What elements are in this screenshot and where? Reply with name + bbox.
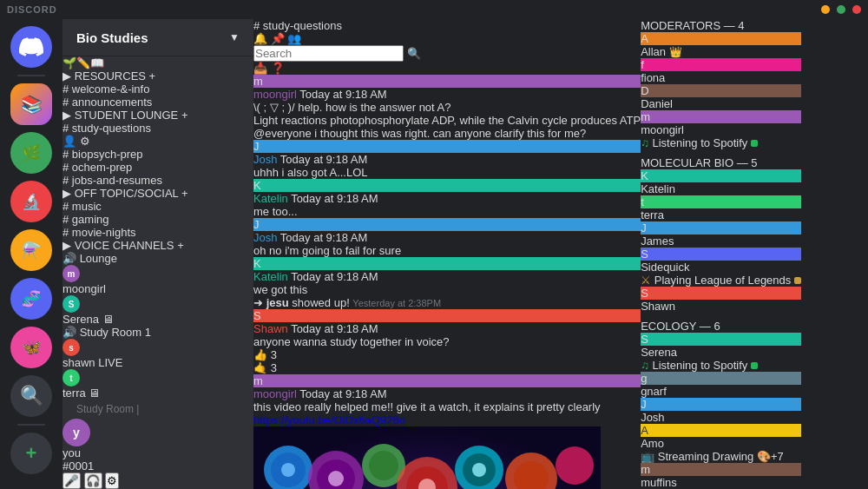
member-info: Serena ♫ Listening to Spotify [641, 346, 801, 372]
member-item-allan[interactable]: A Allan 👑 [641, 32, 801, 58]
video-embed[interactable] [253, 426, 641, 489]
voice-user-shawn[interactable]: s shawn LIVE [62, 339, 253, 369]
message-author[interactable]: Shawn [253, 322, 288, 335]
server-icon-5[interactable]: 🦋 [10, 327, 52, 368]
inbox-icon[interactable]: 📥 [253, 62, 267, 75]
category-add-button[interactable]: + [181, 187, 188, 200]
close-button[interactable] [852, 5, 861, 14]
member-name: fiona [641, 71, 801, 84]
messages-area[interactable]: m moongirl Today at 9:18 AM \( ; ▽ ; )/ … [253, 75, 641, 489]
voice-user-name: Serena [62, 313, 99, 326]
avatar[interactable]: S [253, 309, 641, 322]
member-item-james[interactable]: J James [641, 221, 801, 248]
voice-user-terra[interactable]: t terra 🖥 [62, 369, 253, 400]
message-author[interactable]: moongirl [253, 88, 297, 101]
member-item-fiona[interactable]: f fiona [641, 58, 801, 84]
message-author[interactable]: Katelin [253, 270, 288, 283]
search-bar[interactable]: 🔍 [253, 45, 641, 62]
category-off-topic[interactable]: ▶ OFF TOPIC/SOCIAL + [62, 187, 253, 200]
member-item-serena[interactable]: S Serena ♫ Listening to Spotify [641, 333, 801, 372]
channel-music[interactable]: # music [62, 200, 253, 213]
voice-user-serena[interactable]: S Serena 🖥 [62, 295, 253, 326]
settings-button[interactable]: ⚙ [105, 472, 119, 489]
server-icon-2[interactable]: 🔬 [10, 181, 52, 222]
member-info: James [641, 235, 801, 248]
member-info: Daniel [641, 97, 801, 110]
minimize-button[interactable] [821, 5, 830, 14]
channel-movie-nights[interactable]: # movie-nights [62, 226, 253, 239]
message-author[interactable]: moongirl [253, 387, 297, 400]
reaction-wave[interactable]: 🤙 3 [253, 361, 641, 374]
member-item-muffins[interactable]: m muffins [641, 463, 801, 489]
message-author[interactable]: Josh [253, 231, 277, 244]
category-add-button[interactable]: + [181, 109, 188, 122]
member-item-terra[interactable]: t terra [641, 195, 801, 221]
message-author[interactable]: Josh [253, 153, 277, 166]
server-divider [17, 75, 45, 76]
search-input[interactable] [253, 45, 404, 62]
message-header: Josh Today at 9:18 AM [253, 231, 641, 244]
help-icon[interactable]: ❓ [271, 62, 285, 75]
channel-study-questions[interactable]: # study-questions 👤 ⚙ [62, 122, 253, 148]
voice-channel-header[interactable]: 🔊 Lounge [62, 252, 253, 265]
member-avatar: f [641, 58, 801, 71]
discord-home-icon[interactable] [10, 26, 52, 68]
server-icon-search[interactable]: 🔍 [10, 375, 52, 417]
category-voice-channels[interactable]: ▶ VOICE CHANNELS + [62, 239, 253, 252]
current-user-avatar-container[interactable]: y [62, 419, 253, 446]
channel-gaming[interactable]: # gaming [62, 213, 253, 226]
svg-point-6 [369, 451, 398, 480]
add-member-icon[interactable]: 👤 [62, 135, 76, 148]
maximize-button[interactable] [837, 5, 845, 14]
video-link[interactable]: https://youtu.be/OiDx6aQ928o [253, 413, 405, 426]
member-item-daniel[interactable]: D Daniel [641, 84, 801, 110]
category-student-lounge[interactable]: ▶ STUDENT LOUNGE + [62, 109, 253, 122]
member-info: gnarf [641, 385, 801, 398]
category-add-button[interactable]: + [149, 69, 156, 83]
pin-icon[interactable]: 📌 [271, 32, 285, 45]
server-icon-3[interactable]: ⚗️ [10, 229, 52, 271]
avatar[interactable]: J [253, 140, 641, 153]
settings-icon[interactable]: ⚙ [80, 135, 90, 148]
hash-icon: # [62, 174, 69, 187]
server-header[interactable]: Bio Studies ▼ [62, 19, 253, 56]
voice-channel-header[interactable]: 🔊 Study Room 1 [62, 326, 253, 339]
server-icon-bio-studies[interactable]: 📚 [10, 83, 52, 125]
member-item-shawn[interactable]: S Shawn [641, 287, 801, 313]
avatar[interactable]: J [253, 218, 641, 231]
current-user-name: you [62, 446, 253, 459]
avatar[interactable]: K [253, 179, 641, 192]
member-item-amo[interactable]: A Amo 📺 Streaming Drawing 🎨+7 [641, 424, 801, 463]
channel-jobs-resumes[interactable]: # jobs-and-resumes [62, 174, 253, 187]
member-item-moongirl[interactable]: m moongirl ♫ Listening to Spotify [641, 110, 801, 149]
message-author[interactable]: Katelin [253, 192, 288, 205]
deafen-button[interactable]: 🎧 [84, 472, 102, 489]
channel-ochem-prep[interactable]: # ochem-prep [62, 161, 253, 174]
voice-user-moongirl[interactable]: m moongirl [62, 265, 253, 295]
mute-button[interactable]: 🎤 [62, 472, 81, 489]
category-add-button[interactable]: + [177, 239, 184, 252]
member-item-gnarf[interactable]: g gnarf [641, 372, 801, 398]
channel-welcome-info[interactable]: # welcome-&-info [62, 83, 253, 96]
channels-list: ▶ RESOURCES + # welcome-&-info # announc… [62, 69, 253, 419]
category-resources[interactable]: ▶ RESOURCES + [62, 69, 253, 83]
add-server-button[interactable]: + [10, 433, 52, 474]
channel-announcements[interactable]: # announcements [62, 96, 253, 109]
channel-biopsych-prep[interactable]: # biopsych-prep [62, 148, 253, 161]
members-icon[interactable]: 👥 [287, 32, 301, 45]
member-item-sidequick[interactable]: S Sidequick ⚔ Playing League of Legends [641, 248, 801, 287]
server-icon-1[interactable]: 🌿 [10, 132, 52, 174]
reaction-count: 3 [271, 348, 277, 361]
member-item-josh[interactable]: J Josh [641, 398, 801, 424]
reaction-thumbsup[interactable]: 👍 3 [253, 348, 641, 361]
server-divider-2 [17, 424, 45, 426]
message-time: Today at 9:18 AM [280, 153, 367, 166]
reaction-count: 3 [271, 361, 277, 374]
member-item-katelin[interactable]: K Katelin [641, 169, 801, 195]
avatar[interactable]: K [253, 257, 641, 270]
avatar[interactable]: m [253, 374, 641, 387]
avatar[interactable]: m [253, 75, 641, 88]
server-icon-4[interactable]: 🧬 [10, 278, 52, 320]
message-time: Today at 9:18 AM [291, 192, 378, 205]
bell-icon[interactable]: 🔔 [253, 32, 267, 45]
